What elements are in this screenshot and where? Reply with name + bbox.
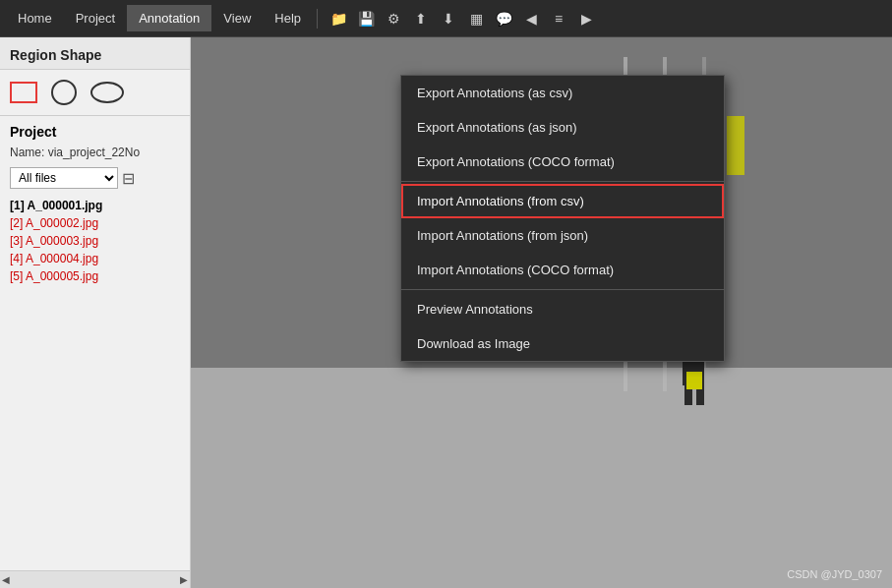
arrow-right-icon[interactable]: ▶ <box>573 6 599 31</box>
main-layout: Region Shape Project Name: via_project_2… <box>0 37 892 588</box>
menu-export-csv[interactable]: Export Annotations (as csv) <box>401 76 724 110</box>
navbar: Home Project Annotation View Help 📁 💾 ⚙ … <box>0 0 892 37</box>
project-name-value: via_project_22No <box>48 146 140 159</box>
settings-icon[interactable]: ⚙ <box>381 6 406 31</box>
nav-icon-group: 📁 💾 ⚙ ⬆ ⬇ ▦ 💬 ◀ ≡ ▶ <box>326 6 599 31</box>
project-name: Name: via_project_22No <box>10 146 180 159</box>
svg-rect-16 <box>686 372 702 389</box>
nav-help[interactable]: Help <box>263 5 313 31</box>
scroll-left-arrow[interactable]: ◀ <box>2 574 10 585</box>
file-item-4[interactable]: [4] A_000004.jpg <box>10 250 180 267</box>
scroll-right-arrow[interactable]: ▶ <box>180 574 188 585</box>
content-area: CSDN @JYD_0307 Export Annotations (as cs… <box>191 37 892 588</box>
menu-import-coco[interactable]: Import Annotations (COCO format) <box>401 253 724 287</box>
comment-icon[interactable]: 💬 <box>491 6 516 31</box>
file-item-5[interactable]: [5] A_000005.jpg <box>10 267 180 285</box>
file-item-3[interactable]: [3] A_000003.jpg <box>10 232 180 250</box>
ellipse-shape[interactable] <box>90 82 124 103</box>
file-filter-select[interactable]: All files Annotated Unannotated <box>10 167 118 189</box>
menu-download-image[interactable]: Download as Image <box>401 326 724 361</box>
file-item-2[interactable]: [2] A_000002.jpg <box>10 214 180 232</box>
region-shape-title: Region Shape <box>0 37 190 70</box>
sidebar: Region Shape Project Name: via_project_2… <box>0 37 191 588</box>
file-list: [1] A_000001.jpg [2] A_000002.jpg [3] A_… <box>10 197 180 285</box>
nav-project[interactable]: Project <box>64 5 127 31</box>
menu-export-json[interactable]: Export Annotations (as json) <box>401 110 724 145</box>
list-icon[interactable]: ≡ <box>546 6 571 31</box>
svg-rect-11 <box>727 116 744 175</box>
circle-shape[interactable] <box>51 80 77 105</box>
project-name-label: Name: <box>10 146 44 159</box>
nav-annotation[interactable]: Annotation <box>127 5 211 31</box>
sidebar-scrollbar[interactable]: ◀ ▶ <box>0 570 190 588</box>
nav-view[interactable]: View <box>211 5 263 31</box>
menu-separator-2 <box>401 289 724 290</box>
annotation-dropdown-menu: Export Annotations (as csv) Export Annot… <box>400 75 725 362</box>
file-filter-row: All files Annotated Unannotated ⊟ <box>10 167 180 189</box>
rectangle-shape[interactable] <box>10 82 37 103</box>
file-item-1[interactable]: [1] A_000001.jpg <box>10 197 180 214</box>
menu-preview[interactable]: Preview Annotations <box>401 292 724 326</box>
video-watermark: CSDN @JYD_0307 <box>787 568 882 580</box>
grid-icon[interactable]: ▦ <box>463 6 489 31</box>
project-title: Project <box>10 124 180 140</box>
folder-icon[interactable]: 📁 <box>326 6 351 31</box>
menu-import-json[interactable]: Import Annotations (from json) <box>401 218 724 253</box>
download-icon[interactable]: ⬇ <box>436 6 461 31</box>
menu-import-csv[interactable]: Import Annotations (from csv) <box>401 184 724 218</box>
project-section: Project Name: via_project_22No All files… <box>0 115 190 293</box>
filter-icon[interactable]: ⊟ <box>122 169 135 188</box>
arrow-left-icon[interactable]: ◀ <box>518 6 544 31</box>
nav-home[interactable]: Home <box>6 5 64 31</box>
shape-row <box>0 70 190 115</box>
menu-export-coco[interactable]: Export Annotations (COCO format) <box>401 145 724 179</box>
svg-rect-1 <box>191 368 892 588</box>
upload-icon[interactable]: ⬆ <box>408 6 434 31</box>
nav-separator-1 <box>317 9 318 29</box>
save-icon[interactable]: 💾 <box>353 6 379 31</box>
menu-separator-1 <box>401 181 724 182</box>
